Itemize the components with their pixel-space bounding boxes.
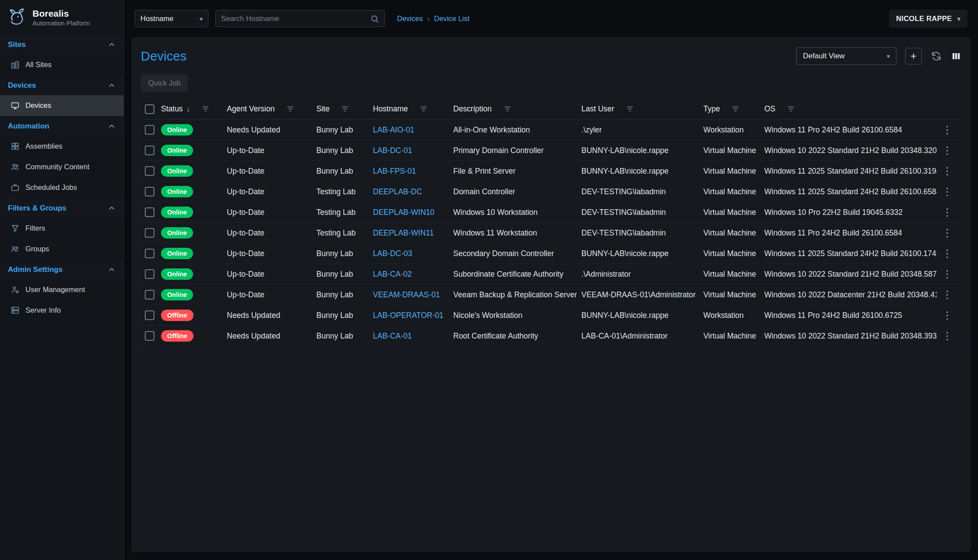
select-all-checkbox[interactable] bbox=[145, 104, 154, 114]
hostname-link[interactable]: LAB-AIO-01 bbox=[373, 125, 414, 135]
breadcrumb-separator-icon: › bbox=[427, 14, 430, 23]
row-checkbox[interactable] bbox=[145, 310, 154, 320]
column-header-status[interactable]: Status ↓ bbox=[161, 104, 227, 114]
column-header-type[interactable]: Type bbox=[703, 104, 764, 114]
column-header-os[interactable]: OS bbox=[764, 104, 937, 114]
sidebar-item-user-management[interactable]: User Management bbox=[0, 279, 124, 300]
filter-icon[interactable] bbox=[201, 105, 210, 113]
filter-icon[interactable] bbox=[341, 105, 349, 113]
row-checkbox[interactable] bbox=[145, 146, 154, 155]
user-name: NICOLE RAPPE bbox=[896, 14, 952, 23]
row-menu-icon[interactable]: ⋮ bbox=[942, 187, 953, 197]
breadcrumb-devices[interactable]: Devices bbox=[397, 14, 423, 23]
sidebar-item-label: Devices bbox=[25, 101, 51, 110]
sidebar-item-all-sites[interactable]: All Sites bbox=[0, 54, 124, 75]
quick-job-button[interactable]: Quick Job bbox=[141, 75, 188, 92]
row-checkbox[interactable] bbox=[145, 290, 154, 300]
os-cell: Windows 11 2025 Standard 24H2 Build 2610… bbox=[764, 249, 937, 258]
row-menu-icon[interactable]: ⋮ bbox=[942, 166, 953, 176]
row-checkbox[interactable] bbox=[145, 269, 154, 279]
search-input[interactable] bbox=[221, 14, 370, 23]
status-badge: Offline bbox=[161, 310, 193, 321]
row-checkbox[interactable] bbox=[145, 187, 154, 196]
filter-icon[interactable] bbox=[503, 105, 512, 113]
row-menu-icon[interactable]: ⋮ bbox=[942, 310, 953, 321]
refresh-button[interactable] bbox=[931, 50, 942, 62]
row-menu-icon[interactable]: ⋮ bbox=[942, 249, 953, 259]
hostname-link[interactable]: DEEPLAB-DC bbox=[373, 187, 422, 196]
filter-icon[interactable] bbox=[419, 105, 428, 113]
row-menu-icon[interactable]: ⋮ bbox=[942, 290, 953, 300]
hostname-link[interactable]: LAB-CA-02 bbox=[373, 270, 412, 279]
site-cell: Bunny Lab bbox=[316, 167, 373, 176]
hostname-link[interactable]: LAB-DC-03 bbox=[373, 249, 412, 258]
row-menu-icon[interactable]: ⋮ bbox=[942, 146, 953, 156]
os-cell: Windows 11 Pro 24H2 Build 26100.6725 bbox=[764, 311, 937, 320]
hostname-link[interactable]: DEEPLAB-WIN11 bbox=[373, 228, 434, 238]
hostname-link[interactable]: LAB-OPERATOR-01 bbox=[373, 311, 444, 320]
table-row[interactable]: Online Up-to-Date Testing Lab DEEPLAB-WI… bbox=[141, 202, 961, 223]
row-checkbox[interactable] bbox=[145, 249, 154, 258]
row-menu-icon[interactable]: ⋮ bbox=[942, 207, 953, 218]
sidebar-item-label: Groups bbox=[25, 245, 49, 253]
hostname-link[interactable]: VEEAM-DRAAS-01 bbox=[373, 290, 440, 300]
table-row[interactable]: Online Up-to-Date Testing Lab DEEPLAB-DC… bbox=[141, 182, 961, 202]
row-checkbox[interactable] bbox=[145, 228, 154, 238]
columns-button[interactable] bbox=[951, 51, 961, 61]
sidebar-section-sites[interactable]: Sites bbox=[0, 34, 124, 54]
column-header-site[interactable]: Site bbox=[316, 104, 373, 114]
row-menu-icon[interactable]: ⋮ bbox=[942, 228, 953, 238]
table-row[interactable]: Online Up-to-Date Bunny Lab LAB-FPS-01 F… bbox=[141, 161, 961, 182]
sidebar-section-admin-settings[interactable]: Admin Settings bbox=[0, 259, 124, 279]
user-menu-button[interactable]: NICOLE RAPPE ▾ bbox=[889, 10, 967, 28]
status-badge: Online bbox=[161, 145, 193, 156]
filter-icon[interactable] bbox=[787, 105, 795, 113]
row-menu-icon[interactable]: ⋮ bbox=[942, 331, 953, 341]
app-logo-row: Borealis Automation Platform bbox=[0, 0, 124, 34]
table-row[interactable]: Offline Needs Updated Bunny Lab LAB-CA-0… bbox=[141, 326, 961, 346]
table-row[interactable]: Online Up-to-Date Bunny Lab LAB-CA-02 Su… bbox=[141, 264, 961, 285]
os-cell: Windows 10 2022 Standard 21H2 Build 2034… bbox=[764, 146, 937, 155]
column-header-hostname[interactable]: Hostname bbox=[373, 104, 453, 114]
table-row[interactable]: Online Up-to-Date Bunny Lab VEEAM-DRAAS-… bbox=[141, 285, 961, 305]
sidebar-item-scheduled-jobs[interactable]: Scheduled Jobs bbox=[0, 177, 124, 198]
table-row[interactable]: Online Up-to-Date Bunny Lab LAB-DC-01 Pr… bbox=[141, 140, 961, 161]
os-cell: Windows 10 2022 Datacenter 21H2 Build 20… bbox=[764, 290, 937, 300]
add-view-button[interactable]: + bbox=[905, 48, 922, 64]
sidebar-item-server-info[interactable]: Server Info bbox=[0, 300, 124, 321]
sidebar-item-filters[interactable]: Filters bbox=[0, 218, 124, 239]
row-checkbox[interactable] bbox=[145, 331, 154, 341]
hostname-link[interactable]: DEEPLAB-WIN10 bbox=[373, 208, 434, 217]
table-row[interactable]: Online Up-to-Date Bunny Lab LAB-DC-03 Se… bbox=[141, 243, 961, 264]
table-row[interactable]: Online Needs Updated Bunny Lab LAB-AIO-0… bbox=[141, 120, 961, 140]
view-dropdown[interactable]: Default View ▾ bbox=[796, 47, 896, 65]
breadcrumb-device-list[interactable]: Device List bbox=[434, 14, 469, 23]
column-header-last-user[interactable]: Last User bbox=[581, 104, 703, 114]
type-cell: Virtual Machine bbox=[703, 249, 764, 258]
sidebar-item-community-content[interactable]: Community Content bbox=[0, 157, 124, 177]
sidebar-section-filters-groups[interactable]: Filters & Groups bbox=[0, 198, 124, 218]
row-checkbox[interactable] bbox=[145, 207, 154, 217]
sidebar-section-devices[interactable]: Devices bbox=[0, 75, 124, 95]
filter-icon[interactable] bbox=[286, 105, 294, 113]
sidebar-section-automation[interactable]: Automation bbox=[0, 116, 124, 136]
row-menu-icon[interactable]: ⋮ bbox=[942, 125, 953, 135]
row-menu-icon[interactable]: ⋮ bbox=[942, 269, 953, 279]
hostname-link[interactable]: LAB-FPS-01 bbox=[373, 167, 416, 176]
search-icon[interactable] bbox=[370, 14, 379, 23]
filter-icon[interactable] bbox=[731, 105, 740, 113]
table-row[interactable]: Online Up-to-Date Testing Lab DEEPLAB-WI… bbox=[141, 223, 961, 243]
sidebar-item-devices[interactable]: Devices bbox=[0, 95, 124, 116]
sidebar-item-groups[interactable]: Groups bbox=[0, 239, 124, 259]
sidebar-item-assemblies[interactable]: Assemblies bbox=[0, 136, 124, 157]
row-checkbox[interactable] bbox=[145, 166, 154, 176]
search-field-dropdown[interactable]: Hostname ▾ bbox=[135, 10, 208, 27]
filter-icon[interactable] bbox=[626, 105, 634, 113]
column-header-description[interactable]: Description bbox=[453, 104, 581, 114]
sidebar-item-label: Filters bbox=[25, 224, 45, 232]
hostname-link[interactable]: LAB-CA-01 bbox=[373, 332, 412, 341]
table-row[interactable]: Offline Needs Updated Bunny Lab LAB-OPER… bbox=[141, 305, 961, 326]
column-header-agent-version[interactable]: Agent Version bbox=[227, 104, 316, 114]
hostname-link[interactable]: LAB-DC-01 bbox=[373, 146, 412, 155]
row-checkbox[interactable] bbox=[145, 125, 154, 135]
